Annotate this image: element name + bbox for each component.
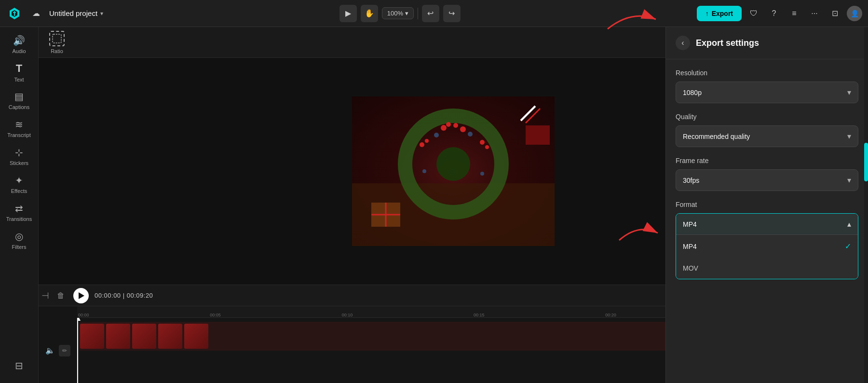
format-dropdown-open: MP4 ▴ MP4 ✓ MOV xyxy=(676,213,858,279)
export-label: Export xyxy=(712,10,733,17)
svg-point-8 xyxy=(420,142,424,147)
topbar-center-controls: ▶ ✋ 100% ▾ ↩ ↪ xyxy=(108,5,692,22)
svg-point-6 xyxy=(453,123,458,128)
format-mp4-label: MP4 xyxy=(683,243,697,250)
ruler-mark-3: 00:15 xyxy=(473,313,604,317)
svg-point-11 xyxy=(485,145,489,149)
resolution-label: Resolution xyxy=(676,69,858,77)
svg-point-13 xyxy=(468,132,473,137)
sidebar-item-stickers[interactable]: ⊹ Stickers xyxy=(3,143,36,170)
play-button[interactable] xyxy=(73,288,89,303)
svg-point-5 xyxy=(446,122,451,127)
ratio-icon xyxy=(49,31,65,46)
app-logo xyxy=(6,5,23,22)
resolution-value: 1080p xyxy=(683,89,702,96)
zoom-chevron: ▾ xyxy=(405,10,408,17)
redo-btn[interactable]: ↪ xyxy=(443,5,461,22)
sidebar-item-captions[interactable]: ▤ Captions xyxy=(3,87,36,114)
zoom-value: 100% xyxy=(387,10,403,17)
export-panel-title: Export settings xyxy=(696,38,759,48)
framerate-value: 30fps xyxy=(683,177,699,184)
effects-icon: ✦ xyxy=(15,175,23,186)
zoom-control[interactable]: 100% ▾ xyxy=(382,7,414,19)
format-current-value: MP4 xyxy=(683,220,697,228)
format-chevron-up-icon: ▴ xyxy=(847,219,851,229)
svg-point-14 xyxy=(422,169,426,173)
trim-tool-btn[interactable]: ⊣ xyxy=(39,289,52,302)
time-separator: | xyxy=(123,292,125,299)
svg-point-15 xyxy=(480,172,484,176)
shield-icon-btn[interactable]: 🛡 xyxy=(746,5,762,22)
track-thumb-5 xyxy=(184,324,208,349)
format-mp4-check-icon: ✓ xyxy=(845,242,851,251)
split-view-btn[interactable]: ⊡ xyxy=(827,5,843,22)
topbar-divider xyxy=(418,8,418,19)
format-option-mov[interactable]: MOV xyxy=(676,258,858,279)
project-name-area[interactable]: Untitled project ▾ xyxy=(49,9,103,17)
ratio-label: Ratio xyxy=(51,48,63,54)
quality-group: Quality Recommended quality ▾ xyxy=(676,113,858,147)
track-thumb-1 xyxy=(80,324,104,349)
more-icon-btn[interactable]: ··· xyxy=(806,5,823,22)
resolution-dropdown[interactable]: 1080p ▾ xyxy=(676,82,858,103)
sidebar-item-subtitle[interactable]: ⊟ xyxy=(3,352,36,379)
format-mov-label: MOV xyxy=(683,264,698,272)
format-dropdown-header[interactable]: MP4 ▴ xyxy=(676,214,858,235)
export-back-btn[interactable]: ‹ xyxy=(676,36,690,50)
sidebar-label-captions: Captions xyxy=(9,104,29,110)
format-option-mp4[interactable]: MP4 ✓ xyxy=(676,235,858,258)
help-icon-btn[interactable]: ? xyxy=(766,5,782,22)
track-thumb-2 xyxy=(106,324,130,349)
svg-point-16 xyxy=(436,147,470,181)
play-icon xyxy=(79,292,84,299)
svg-point-4 xyxy=(441,125,447,131)
sidebar-label-transitions: Transitions xyxy=(6,216,32,222)
timeline-playhead[interactable] xyxy=(77,318,78,383)
video-preview xyxy=(352,96,555,246)
quality-dropdown[interactable]: Recommended quality ▾ xyxy=(676,125,858,147)
export-button[interactable]: ↑ Export xyxy=(697,6,742,21)
sidebar-item-effects[interactable]: ✦ Effects xyxy=(3,171,36,198)
sidebar-item-transcript[interactable]: ≋ Transcript xyxy=(3,115,36,142)
sidebar-item-text[interactable]: T Text xyxy=(3,59,36,86)
hand-tool-btn[interactable]: ✋ xyxy=(361,5,378,22)
svg-rect-0 xyxy=(53,34,61,43)
edit-track-btn[interactable]: ✏ xyxy=(59,345,70,356)
captions-icon: ▤ xyxy=(14,91,24,102)
project-name-label: Untitled project xyxy=(49,9,97,17)
cloud-save-icon[interactable]: ☁ xyxy=(28,5,44,22)
sidebar-item-transitions[interactable]: ⇄ Transitions xyxy=(3,199,36,226)
sidebar-label-transcript: Transcript xyxy=(7,132,31,138)
sidebar-label-text: Text xyxy=(14,77,24,82)
sidebar-item-filters[interactable]: ◎ Filters xyxy=(3,227,36,254)
ratio-tool[interactable]: Ratio xyxy=(44,28,69,57)
topbar: ☁ Untitled project ▾ ▶ ✋ 100% ▾ ↩ ↪ ↑ Ex… xyxy=(0,0,868,27)
sidebar-item-audio[interactable]: 🔊 Audio xyxy=(3,31,36,58)
quality-label: Quality xyxy=(676,113,858,121)
framerate-chevron-icon: ▾ xyxy=(847,176,851,185)
format-label: Format xyxy=(676,201,858,208)
export-panel: ‹ Export settings Resolution 1080p ▾ Qua… xyxy=(665,27,868,383)
ruler-mark-2: 00:10 xyxy=(341,313,473,317)
total-time: 00:09:20 xyxy=(127,292,153,299)
svg-point-12 xyxy=(434,133,439,137)
play-tool-btn[interactable]: ▶ xyxy=(339,5,357,22)
sidebar-label-stickers: Stickers xyxy=(10,160,28,166)
transitions-icon: ⇄ xyxy=(15,203,23,214)
timeline-tools: ⊣ 🗑 xyxy=(39,289,68,302)
undo-btn[interactable]: ↩ xyxy=(422,5,439,22)
svg-point-9 xyxy=(425,139,429,143)
panel-scrollbar-thumb xyxy=(864,143,868,181)
quality-chevron-icon: ▾ xyxy=(847,132,851,141)
project-dropdown-icon: ▾ xyxy=(100,10,103,17)
sidebar-label-effects: Effects xyxy=(11,188,27,194)
resolution-chevron-icon: ▾ xyxy=(847,88,851,97)
panel-scrollbar[interactable] xyxy=(864,27,868,383)
delete-tool-btn[interactable]: 🗑 xyxy=(54,289,68,302)
topbar-right-controls: ↑ Export 🛡 ? ≡ ··· ⊡ 👤 xyxy=(697,5,862,22)
framerate-label: Frame rate xyxy=(676,157,858,164)
layers-icon-btn[interactable]: ≡ xyxy=(786,5,802,22)
framerate-dropdown[interactable]: 30fps ▾ xyxy=(676,169,858,191)
user-avatar[interactable]: 👤 xyxy=(847,6,862,21)
track-thumb-3 xyxy=(132,324,156,349)
